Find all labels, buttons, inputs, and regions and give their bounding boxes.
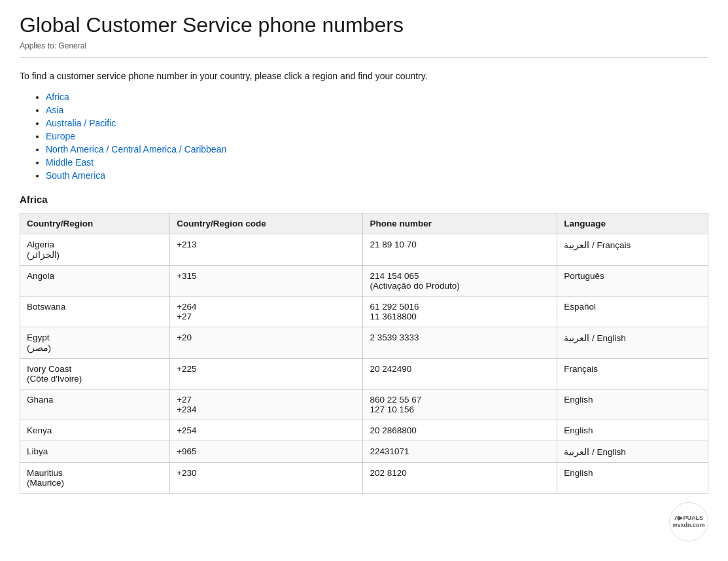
table-row: Kenya+25420 2868800English — [20, 420, 708, 441]
table-cell: Français — [557, 359, 708, 389]
table-cell: Botswana — [20, 297, 170, 327]
table-cell: 20 2868800 — [363, 420, 557, 441]
watermark: A▶PUALSwsxdn.com — [669, 502, 708, 507]
table-cell: Algeria(الجزائر) — [20, 234, 170, 266]
table-cell: +264+27 — [170, 297, 363, 327]
table-cell: +225 — [170, 359, 363, 389]
table-row: Libya+96522431071العربية / English — [20, 441, 708, 463]
table-cell: 20 242490 — [363, 359, 557, 389]
table-column-header: Country/Region — [20, 213, 170, 234]
region-list: AfricaAsiaAustralia / PacificEuropeNorth… — [20, 92, 708, 181]
region-link[interactable]: Australia / Pacific — [46, 118, 116, 128]
table-cell: العربية / Français — [557, 234, 708, 266]
table-row: Mauritius(Maurice)+230202 8120English — [20, 463, 708, 494]
region-link[interactable]: Africa — [46, 92, 69, 102]
table-row: Ghana+27+234860 22 55 67127 10 156Englis… — [20, 389, 708, 420]
table-cell: 860 22 55 67127 10 156 — [363, 389, 557, 420]
africa-table: Country/RegionCountry/Region codePhone n… — [20, 213, 708, 494]
table-cell: Português — [557, 266, 708, 297]
table-cell: +20 — [170, 327, 363, 359]
table-cell: 2 3539 3333 — [363, 327, 557, 359]
table-cell: Ghana — [20, 389, 170, 420]
region-list-item: Africa — [46, 92, 708, 102]
table-cell: Angola — [20, 266, 170, 297]
intro-paragraph: To find a customer service phone number … — [20, 71, 708, 81]
table-cell: English — [557, 463, 708, 494]
page-title: Global Customer Service phone numbers — [20, 13, 708, 37]
table-cell: Libya — [20, 441, 170, 463]
table-cell: English — [557, 389, 708, 420]
region-link[interactable]: Asia — [46, 105, 63, 115]
table-cell: Egypt(مصر) — [20, 327, 170, 359]
table-cell: Español — [557, 297, 708, 327]
table-row: Egypt(مصر)+202 3539 3333العربية / Englis… — [20, 327, 708, 359]
region-list-item: Middle East — [46, 157, 708, 168]
region-list-item: Europe — [46, 131, 708, 141]
table-cell: +254 — [170, 420, 363, 441]
table-row: Angola+315214 154 065(Activação do Produ… — [20, 266, 708, 297]
region-link[interactable]: North America / Central America / Caribb… — [46, 144, 226, 154]
table-cell: Ivory Coast(Côte d'Ivoire) — [20, 359, 170, 389]
table-cell: +315 — [170, 266, 363, 297]
table-cell: +230 — [170, 463, 363, 494]
table-column-header: Country/Region code — [170, 213, 363, 234]
africa-heading: Africa — [20, 194, 708, 205]
table-cell: 61 292 501611 3618800 — [363, 297, 557, 327]
table-cell: +213 — [170, 234, 363, 266]
table-cell: +27+234 — [170, 389, 363, 420]
table-cell: العربية / English — [557, 327, 708, 359]
region-link[interactable]: Middle East — [46, 157, 94, 168]
table-row: Botswana+264+2761 292 501611 3618800Espa… — [20, 297, 708, 327]
table-row: Ivory Coast(Côte d'Ivoire)+22520 242490F… — [20, 359, 708, 389]
table-cell: 22431071 — [363, 441, 557, 463]
region-list-item: Asia — [46, 105, 708, 115]
header-divider — [20, 57, 708, 58]
table-body: Algeria(الجزائر)+21321 89 10 70العربية /… — [20, 234, 708, 494]
table-column-header: Phone number — [363, 213, 557, 234]
table-column-header: Language — [557, 213, 708, 234]
table-row: Algeria(الجزائر)+21321 89 10 70العربية /… — [20, 234, 708, 266]
table-header-row: Country/RegionCountry/Region codePhone n… — [20, 213, 708, 234]
table-cell: +965 — [170, 441, 363, 463]
table-cell: Mauritius(Maurice) — [20, 463, 170, 494]
applies-to-label: Applies to: General — [20, 41, 708, 50]
region-link[interactable]: South America — [46, 170, 105, 181]
region-list-item: North America / Central America / Caribb… — [46, 144, 708, 154]
region-list-item: South America — [46, 170, 708, 181]
region-list-item: Australia / Pacific — [46, 118, 708, 128]
table-cell: 21 89 10 70 — [363, 234, 557, 266]
table-cell: 214 154 065(Activação do Produto) — [363, 266, 557, 297]
table-cell: English — [557, 420, 708, 441]
region-link[interactable]: Europe — [46, 131, 75, 141]
table-cell: 202 8120 — [363, 463, 557, 494]
table-cell: العربية / English — [557, 441, 708, 463]
table-cell: Kenya — [20, 420, 170, 441]
